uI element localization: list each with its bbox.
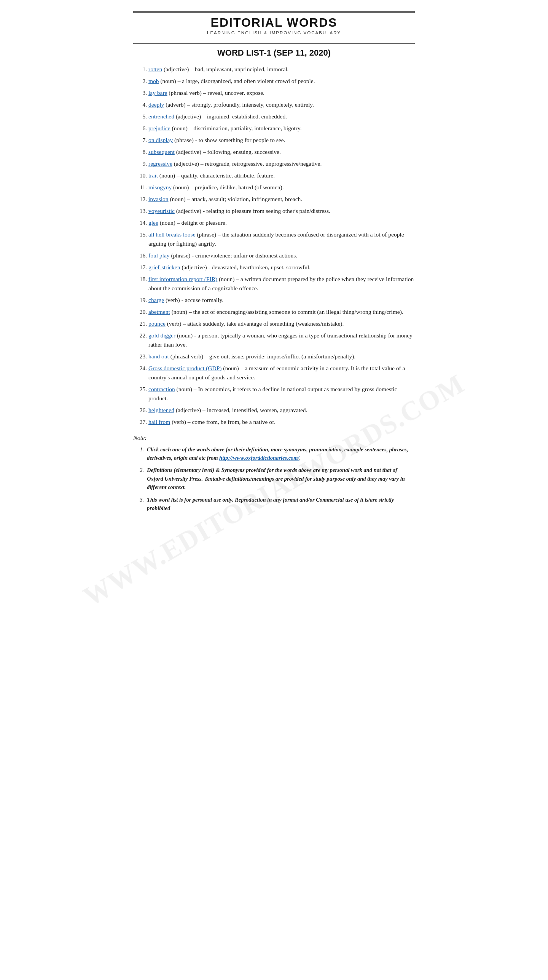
note-item: 2.Definitions (elementary level) & Synon… bbox=[133, 466, 415, 491]
word-link[interactable]: foul play bbox=[148, 252, 170, 259]
word-link[interactable]: lay bare bbox=[148, 90, 167, 96]
item-content: misogyny (noun) – prejudice, dislike, ha… bbox=[148, 183, 415, 192]
word-link[interactable]: glee bbox=[148, 219, 158, 226]
word-link[interactable]: heightened bbox=[148, 407, 174, 413]
word-link[interactable]: grief-stricken bbox=[148, 264, 180, 270]
list-item: 2.mob (noun) – a large, disorganized, an… bbox=[133, 77, 415, 86]
item-number: 26. bbox=[133, 406, 147, 414]
word-link[interactable]: pounce bbox=[148, 320, 166, 327]
list-item: 22.gold digger (noun) - a person, typica… bbox=[133, 331, 415, 349]
item-content: subsequent (adjective) – following, ensu… bbox=[148, 147, 415, 157]
list-item: 17.grief-stricken (adjective) - devastat… bbox=[133, 263, 415, 272]
list-item: 9.regressive (adjective) – retrograde, r… bbox=[133, 159, 415, 168]
list-item: 23.hand out (phrasal verb) – give out, i… bbox=[133, 352, 415, 361]
item-content: heightened (adjective) – increased, inte… bbox=[148, 406, 415, 415]
note-heading: Note: bbox=[133, 435, 415, 441]
note-content: Definitions (elementary level) & Synonym… bbox=[147, 466, 415, 491]
page-title: WORD LIST-1 (SEP 11, 2020) bbox=[133, 48, 415, 58]
item-content: gold digger (noun) - a person, typically… bbox=[148, 331, 415, 349]
note-item: 1.Click each one of the words above for … bbox=[133, 445, 415, 462]
list-item: 27.hail from (verb) – come from, be from… bbox=[133, 417, 415, 427]
item-number: 18. bbox=[133, 275, 147, 283]
item-number: 24. bbox=[133, 364, 147, 372]
word-link[interactable]: gold digger bbox=[148, 332, 175, 339]
item-content: hail from (verb) – come from, be from, b… bbox=[148, 417, 415, 427]
item-content: voyeuristic (adjective) - relating to pl… bbox=[148, 206, 415, 216]
item-number: 5. bbox=[133, 112, 147, 121]
item-content: deeply (adverb) – strongly, profoundly, … bbox=[148, 100, 415, 109]
word-link[interactable]: deeply bbox=[148, 101, 164, 108]
list-item: 11.misogyny (noun) – prejudice, dislike,… bbox=[133, 183, 415, 192]
list-item: 6.prejudice (noun) – discrimination, par… bbox=[133, 124, 415, 133]
word-link[interactable]: misogyny bbox=[148, 184, 172, 190]
item-content: Gross domestic product (GDP) (noun) – a … bbox=[148, 364, 415, 382]
list-item: 4.deeply (adverb) – strongly, profoundly… bbox=[133, 100, 415, 109]
word-link[interactable]: charge bbox=[148, 297, 164, 303]
word-link[interactable]: on display bbox=[148, 137, 173, 143]
note-number: 1. bbox=[133, 445, 144, 454]
word-list: 1.rotten (adjective) – bad, unpleasant, … bbox=[133, 65, 415, 427]
item-number: 22. bbox=[133, 331, 147, 340]
item-content: invasion (noun) – attack, assault; viola… bbox=[148, 195, 415, 204]
item-number: 21. bbox=[133, 319, 147, 328]
item-number: 9. bbox=[133, 159, 147, 168]
word-link[interactable]: hand out bbox=[148, 353, 169, 360]
list-item: 12.invasion (noun) – attack, assault; vi… bbox=[133, 195, 415, 204]
item-number: 12. bbox=[133, 195, 147, 203]
item-number: 19. bbox=[133, 296, 147, 304]
item-number: 2. bbox=[133, 77, 147, 85]
list-item: 25.contraction (noun) – In economics, it… bbox=[133, 385, 415, 403]
word-link[interactable]: subsequent bbox=[148, 149, 175, 155]
word-link[interactable]: voyeuristic bbox=[148, 208, 175, 214]
site-subtitle: LEARNING ENGLISH & IMPROVING VOCABULARY bbox=[133, 30, 415, 35]
item-content: abetment (noun) – the act of encouraging… bbox=[148, 307, 415, 317]
word-link[interactable]: contraction bbox=[148, 386, 175, 392]
list-item: 18.first information report (FIR) (noun)… bbox=[133, 275, 415, 293]
item-number: 1. bbox=[133, 65, 147, 74]
word-link[interactable]: mob bbox=[148, 78, 159, 84]
item-number: 10. bbox=[133, 171, 147, 180]
word-link[interactable]: trait bbox=[148, 172, 158, 179]
item-content: contraction (noun) – In economics, it re… bbox=[148, 385, 415, 403]
item-content: mob (noun) – a large, disorganized, and … bbox=[148, 77, 415, 86]
word-link[interactable]: rotten bbox=[148, 66, 162, 72]
list-item: 1.rotten (adjective) – bad, unpleasant, … bbox=[133, 65, 415, 74]
note-content: Click each one of the words above for th… bbox=[147, 445, 415, 462]
item-content: trait (noun) – quality, characteristic, … bbox=[148, 171, 415, 180]
word-link[interactable]: abetment bbox=[148, 309, 170, 315]
word-link[interactable]: hail from bbox=[148, 419, 170, 425]
item-number: 20. bbox=[133, 307, 147, 316]
word-link[interactable]: Gross domestic product (GDP) bbox=[148, 365, 221, 371]
item-content: foul play (phrase) - crime/violence; unf… bbox=[148, 251, 415, 260]
item-number: 23. bbox=[133, 352, 147, 361]
item-number: 8. bbox=[133, 147, 147, 156]
item-number: 15. bbox=[133, 230, 147, 239]
list-item: 20.abetment (noun) – the act of encourag… bbox=[133, 307, 415, 317]
item-number: 27. bbox=[133, 417, 147, 426]
list-item: 13.voyeuristic (adjective) - relating to… bbox=[133, 206, 415, 216]
note-number: 3. bbox=[133, 496, 144, 504]
word-link[interactable]: regressive bbox=[148, 160, 172, 167]
list-item: 8.subsequent (adjective) – following, en… bbox=[133, 147, 415, 157]
site-header: EDITORIAL WORDS LEARNING ENGLISH & IMPRO… bbox=[133, 11, 415, 44]
item-content: charge (verb) - accuse formally. bbox=[148, 296, 415, 305]
item-content: rotten (adjective) – bad, unpleasant, un… bbox=[148, 65, 415, 74]
item-content: pounce (verb) – attack suddenly, take ad… bbox=[148, 319, 415, 328]
item-number: 25. bbox=[133, 385, 147, 393]
note-link[interactable]: http://www.oxforddictionaries.com/ bbox=[219, 455, 299, 461]
word-link[interactable]: prejudice bbox=[148, 125, 170, 131]
item-number: 7. bbox=[133, 136, 147, 144]
item-number: 14. bbox=[133, 218, 147, 227]
item-content: lay bare (phrasal verb) – reveal, uncove… bbox=[148, 88, 415, 98]
note-list: 1.Click each one of the words above for … bbox=[133, 445, 415, 513]
word-link[interactable]: first information report (FIR) bbox=[148, 276, 217, 282]
word-link[interactable]: invasion bbox=[148, 196, 169, 202]
word-link[interactable]: all hell breaks loose bbox=[148, 231, 196, 238]
list-item: 7.on display (phrase) - to show somethin… bbox=[133, 136, 415, 145]
item-number: 11. bbox=[133, 183, 147, 192]
list-item: 26.heightened (adjective) – increased, i… bbox=[133, 406, 415, 415]
note-number: 2. bbox=[133, 466, 144, 474]
word-link[interactable]: entrenched bbox=[148, 113, 174, 120]
item-content: on display (phrase) - to show something … bbox=[148, 136, 415, 145]
site-title: EDITORIAL WORDS bbox=[133, 16, 415, 30]
